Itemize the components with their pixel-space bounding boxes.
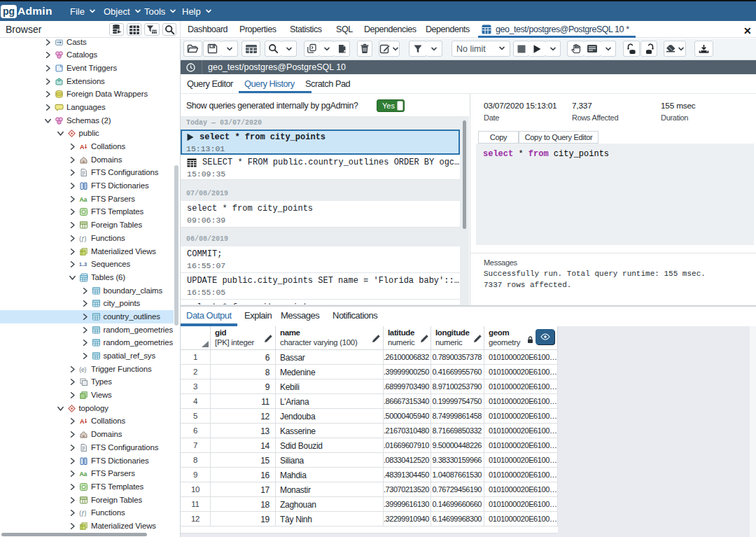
svg-text:(ƒ): (ƒ) xyxy=(79,235,86,242)
svg-text:1..3: 1..3 xyxy=(79,263,87,267)
svg-text:A: A xyxy=(80,418,85,425)
svg-text:(ƒ): (ƒ) xyxy=(79,510,86,517)
svg-text:Aa: Aa xyxy=(80,470,88,477)
svg-text:(e): (e) xyxy=(79,366,86,373)
svg-text:Aa: Aa xyxy=(80,196,88,203)
svg-text:A: A xyxy=(80,144,85,151)
